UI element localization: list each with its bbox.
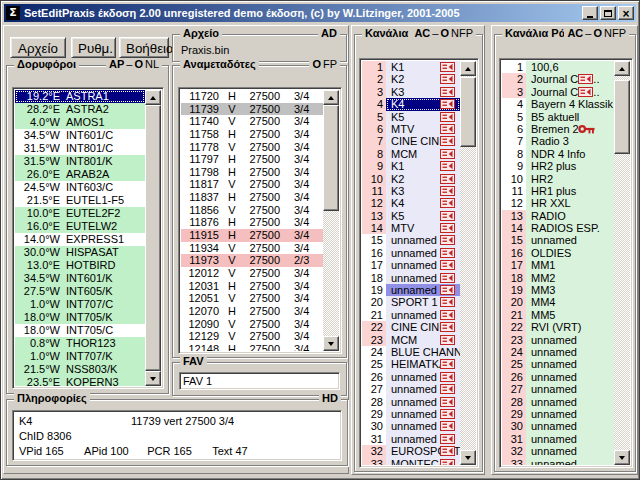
tv-channel-row[interactable]: 15unnamed (362, 234, 460, 246)
tv-channel-row[interactable]: 19unnamed (362, 284, 460, 296)
transponder-row[interactable]: 12031H275003/4 (181, 280, 323, 293)
tv-groupbox-flags[interactable]: AC–ONFP (411, 27, 476, 39)
tv-channel-row[interactable]: 13K5 (362, 210, 460, 222)
tv-channel-row[interactable]: 23MCM (362, 334, 460, 346)
tv-channel-row[interactable]: 5K5 (362, 111, 460, 123)
transponder-row[interactable]: 11739V275003/4 (181, 103, 323, 116)
tv-channel-row[interactable]: 10K2 (362, 173, 460, 185)
tv-channel-row[interactable]: 32EUROSPORT (362, 445, 460, 457)
radio-channel-row[interactable]: 15unnamed (502, 234, 614, 246)
transponder-row[interactable]: 12012V275003/4 (181, 267, 323, 280)
radio-channel-row[interactable]: 31unnamed (502, 433, 614, 445)
satellite-row[interactable]: 1.0°WINT707/K (15, 350, 145, 363)
satellite-row[interactable]: 31.5°WINT801/K (15, 155, 145, 168)
radio-channel-row[interactable]: 11HR1 plus (502, 185, 614, 197)
tv-channel-row[interactable]: 20SPORT 1 (362, 296, 460, 308)
tv-channel-row[interactable]: 29unnamed (362, 408, 460, 420)
radio-channel-row[interactable]: 12HR XXL (502, 197, 614, 209)
transponder-row[interactable]: 11758H275003/4 (181, 128, 323, 141)
transponder-row[interactable]: 12129V275003/4 (181, 330, 323, 343)
scrollbar-thumb[interactable] (145, 105, 161, 371)
radio-channel-row[interactable]: 28unnamed (502, 396, 614, 408)
radio-channel-row[interactable]: 24unnamed (502, 346, 614, 358)
tv-channel-row[interactable]: 24BLUE CHANNEL (362, 346, 460, 358)
tv-channel-row[interactable]: 27unnamed (362, 383, 460, 395)
satellite-row[interactable]: 19.2°EASTRA1 (15, 90, 145, 103)
tv-channel-list[interactable]: 1K12K23K34K45K56MTV7CINE CINE...8MCM9K11… (359, 58, 479, 468)
scrollbar-thumb[interactable] (323, 105, 339, 211)
radio-channel-row[interactable]: 29unnamed (502, 408, 614, 420)
close-button[interactable] (618, 6, 634, 20)
transponder-row[interactable]: 11856V275003/4 (181, 204, 323, 217)
tv-channel-row[interactable]: 28unnamed (362, 396, 460, 408)
tv-channel-row[interactable]: 17unnamed (362, 259, 460, 271)
file-menu-button[interactable]: Αρχείο (10, 37, 66, 58)
minimize-button[interactable] (582, 6, 598, 20)
header-flag[interactable]: AC (566, 27, 584, 39)
scrollbar[interactable] (460, 61, 476, 465)
radio-channel-row[interactable]: 23unnamed (502, 334, 614, 346)
satellite-row[interactable]: 0.8°WTHOR123 (15, 337, 145, 350)
transponder-row[interactable]: 11740V275003/4 (181, 115, 323, 128)
radio-channel-row[interactable]: 10HR2 (502, 173, 614, 185)
satellite-row[interactable]: 23.5°EKOPERN3 (15, 376, 145, 386)
header-flag[interactable]: AD (320, 27, 338, 39)
satellite-row[interactable]: 34.5°WINT601/K (15, 272, 145, 285)
satellite-row[interactable]: 21.5°WNSS803/K (15, 363, 145, 376)
scrollbar[interactable] (614, 61, 630, 465)
header-flag[interactable]: O (592, 27, 603, 39)
satellite-row[interactable]: 28.2°EASTRA2 (15, 103, 145, 116)
radio-groupbox-flags[interactable]: AC–ONFP (564, 27, 629, 39)
satellite-row[interactable]: 30.0°WHISPASAT (15, 246, 145, 259)
header-flag[interactable]: NL (144, 58, 160, 70)
transponder-row[interactable]: 11817V275003/4 (181, 178, 323, 191)
tv-channel-row[interactable]: 18unnamed (362, 272, 460, 284)
tv-channel-row[interactable]: 8MCM (362, 148, 460, 160)
transponder-row[interactable]: 11934V275003/4 (181, 242, 323, 255)
tv-channel-row[interactable]: 26unnamed (362, 371, 460, 383)
header-flag[interactable]: O (133, 58, 144, 70)
satellite-row[interactable]: 24.5°WINT603/C (15, 181, 145, 194)
fav-select[interactable] (179, 372, 340, 390)
scroll-up-button[interactable] (145, 90, 161, 105)
header-flag[interactable]: NFP (603, 27, 627, 39)
tv-channel-row[interactable]: 6MTV (362, 123, 460, 135)
radio-channel-row[interactable]: 20MM4 (502, 296, 614, 308)
transponder-row[interactable]: 12070H275003/4 (181, 305, 323, 318)
satellite-row[interactable]: 16.0°EEUTELW2 (15, 220, 145, 233)
satellite-row[interactable]: 4.0°WAMOS1 (15, 116, 145, 129)
radio-channel-row[interactable]: 19MM3 (502, 284, 614, 296)
scrollbar[interactable] (145, 90, 161, 386)
radio-channel-row[interactable]: 8NDR 4 Info (502, 148, 614, 160)
tv-channel-row[interactable]: 14MTV (362, 222, 460, 234)
scroll-up-button[interactable] (460, 61, 476, 76)
header-flag[interactable]: O (311, 58, 322, 70)
radio-channel-row[interactable]: 17MM1 (502, 259, 614, 271)
header-flag[interactable]: O (439, 27, 450, 39)
radio-channel-row[interactable]: 5B5 aktuell (502, 111, 614, 123)
tv-channel-row[interactable]: 33MONTECA (362, 458, 460, 466)
file-groupbox-flags[interactable]: AD (318, 27, 340, 39)
transponders-list[interactable]: 11720H275003/411739V275003/411740V275003… (178, 87, 342, 354)
transponder-row[interactable]: 11915H275003/4 (181, 229, 323, 242)
title-bar[interactable]: Σ SetEditPraxis έκδοση 2.00 unregistered… (4, 4, 636, 22)
tv-channel-row[interactable]: 22CINE CINE... (362, 321, 460, 333)
info-groupbox-flags[interactable]: HD (319, 392, 341, 404)
transponder-row[interactable]: 12090V275003/4 (181, 318, 323, 331)
tv-channel-row[interactable]: 3K3 (362, 86, 460, 98)
radio-channel-row[interactable]: 30unnamed (502, 420, 614, 432)
tv-channel-row[interactable]: 16unnamed (362, 247, 460, 259)
satellite-row[interactable]: 26.0°EARAB2A (15, 168, 145, 181)
satellites-list[interactable]: 19.2°EASTRA128.2°EASTRA24.0°WAMOS134.5°W… (12, 87, 164, 389)
radio-channel-row[interactable]: 25unnamed (502, 358, 614, 370)
radio-channel-list[interactable]: 1100,62Journal Che...3Journal Che...4Bay… (499, 58, 633, 468)
scroll-down-button[interactable] (323, 336, 339, 351)
scroll-down-button[interactable] (460, 450, 476, 465)
satellite-row[interactable]: 1.0°WINT707/C (15, 298, 145, 311)
settings-menu-button[interactable]: Ρυθμ. (71, 37, 116, 58)
satellite-row[interactable]: 14.0°WEXPRESS1 (15, 233, 145, 246)
tv-channel-row[interactable]: 2K2 (362, 73, 460, 85)
radio-channel-row[interactable]: 9HR2 plus (502, 160, 614, 172)
maximize-button[interactable] (600, 6, 616, 20)
transponder-row[interactable]: 12148H275003/4 (181, 343, 323, 351)
